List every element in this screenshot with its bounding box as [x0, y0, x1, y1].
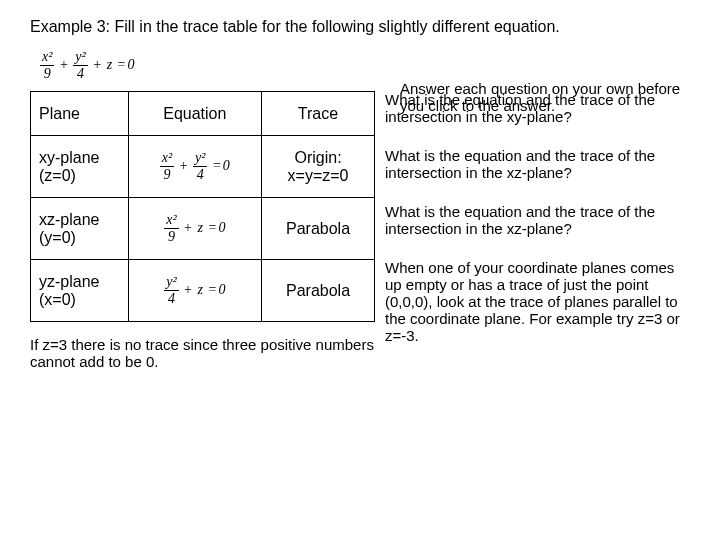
main-equation: x²9 + y²4 + z =0: [40, 50, 690, 81]
footnote-text: If z=3 there is no trace since three pos…: [30, 336, 375, 370]
table-row: yz-plane (x=0) y²4 + z =0 Parabola: [31, 260, 375, 322]
cell-equation: y²4 + z =0: [128, 260, 261, 322]
cell-trace: Parabola: [262, 260, 375, 322]
cell-trace: Parabola: [262, 198, 375, 260]
table-row: xy-plane (z=0) x²9 + y²4 =0 Origin: x=y=…: [31, 136, 375, 198]
page-title: Example 3: Fill in the trace table for t…: [30, 18, 690, 36]
table-row: xz-plane (y=0) x²9 + z =0 Parabola: [31, 198, 375, 260]
header-equation: Equation: [128, 92, 261, 136]
cell-equation: x²9 + y²4 =0: [128, 136, 261, 198]
cell-trace: Origin: x=y=z=0: [262, 136, 375, 198]
header-plane: Plane: [31, 92, 129, 136]
cell-equation: x²9 + z =0: [128, 198, 261, 260]
header-trace: Trace: [262, 92, 375, 136]
trace-table: Plane Equation Trace xy-plane (z=0) x²9 …: [30, 91, 375, 322]
cell-plane: xy-plane (z=0): [31, 136, 129, 198]
cell-plane: yz-plane (x=0): [31, 260, 129, 322]
instruction-text: Answer each question on your own before …: [400, 80, 685, 114]
question-xz-2: What is the equation and the trace of th…: [385, 203, 690, 237]
cell-plane: xz-plane (y=0): [31, 198, 129, 260]
parallel-planes-note: When one of your coordinate planes comes…: [385, 259, 690, 344]
table-header-row: Plane Equation Trace: [31, 92, 375, 136]
question-xz: What is the equation and the trace of th…: [385, 147, 690, 181]
